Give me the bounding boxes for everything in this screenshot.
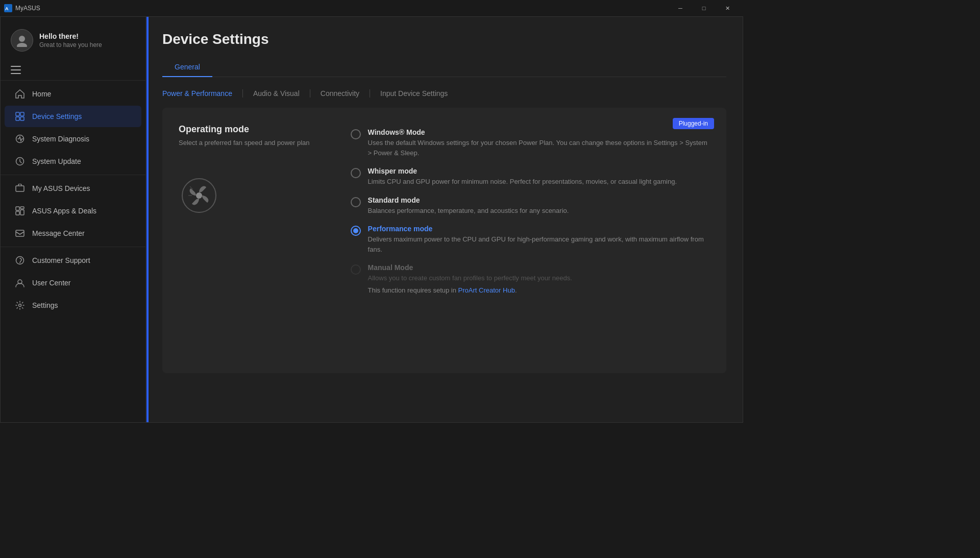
proart-link[interactable]: ProArt Creator Hub [458, 286, 515, 294]
op-mode-subtitle: Select a preferred fan speed and power p… [179, 139, 310, 147]
sidebar-item-label-customer-support: Customer Support [32, 256, 90, 264]
sidebar-item-message-center[interactable]: Message Center [5, 223, 141, 244]
sidebar-item-user-center[interactable]: User Center [5, 272, 141, 294]
app-title: MyASUS [15, 5, 40, 12]
mode-name-whisper: Whisper mode [368, 167, 710, 175]
sidebar-item-label-device-settings: Device Settings [32, 112, 82, 120]
minimize-button[interactable]: ─ [669, 0, 692, 16]
subtab-power-performance[interactable]: Power & Performance [162, 85, 232, 102]
user-section: Hello there! Great to have you here [1, 21, 145, 62]
tab-general[interactable]: General [162, 58, 212, 77]
settings-icon [15, 300, 25, 310]
sidebar-item-label-home: Home [32, 90, 51, 98]
svg-rect-7 [16, 112, 19, 116]
subtab-connectivity[interactable]: Connectivity [321, 85, 359, 102]
sidebar-item-label-system-update: System Update [32, 157, 81, 165]
titlebar-left: A MyASUS [4, 4, 40, 12]
radio-windows[interactable] [351, 129, 361, 139]
content-area: Plugged-in Operating mode Select a prefe… [146, 102, 743, 422]
sidebar-item-label-my-asus-devices: My ASUS Devices [32, 184, 90, 192]
mode-info-windows: Windows® Mode Uses the default Windows s… [368, 128, 710, 158]
sidebar-item-device-settings[interactable]: Device Settings [5, 106, 141, 127]
mode-desc-standard: Balances performance, temperature, and a… [368, 206, 710, 216]
mode-desc-whisper: Limits CPU and GPU power for minimum noi… [368, 177, 710, 187]
svg-point-21 [19, 304, 21, 307]
sidebar-divider-mid [1, 175, 145, 175]
sidebar: Hello there! Great to have you here Home [1, 17, 146, 422]
svg-rect-15 [20, 207, 24, 209]
subtab-input-device-settings[interactable]: Input Device Settings [380, 85, 448, 102]
app-container: Hello there! Great to have you here Home [0, 16, 743, 423]
svg-rect-10 [20, 117, 24, 120]
svg-rect-9 [16, 117, 19, 120]
mode-name-windows: Windows® Mode [368, 128, 710, 136]
mode-option-performance[interactable]: Performance mode Delivers maximum power … [351, 225, 710, 254]
titlebar: A MyASUS ─ □ ✕ [0, 0, 743, 16]
mode-info-manual: Manual Mode Allows you to create custom … [368, 263, 710, 294]
sidebar-item-settings[interactable]: Settings [5, 295, 141, 316]
fan-icon [181, 177, 217, 214]
svg-rect-14 [16, 207, 19, 210]
sidebar-item-label-user-center: User Center [32, 279, 70, 287]
radio-standard[interactable] [351, 197, 361, 207]
customer-support-icon [15, 255, 25, 265]
page-title: Device Settings [162, 31, 726, 47]
mode-option-standard[interactable]: Standard mode Balances performance, temp… [351, 196, 710, 216]
radio-whisper[interactable] [351, 168, 361, 178]
svg-rect-4 [11, 66, 21, 67]
manual-note-prefix: This function requires setup in [368, 286, 458, 294]
sidebar-item-label-system-diagnosis: System Diagnosis [32, 135, 89, 143]
mode-name-standard: Standard mode [368, 196, 710, 204]
sidebar-item-asus-apps-deals[interactable]: ASUS Apps & Deals [5, 200, 141, 222]
avatar [11, 29, 33, 52]
sidebar-divider-top [1, 80, 145, 81]
mode-desc-windows: Uses the default Windows settings for yo… [368, 138, 710, 158]
svg-rect-17 [20, 210, 24, 215]
card-right: Windows® Mode Uses the default Windows s… [351, 124, 710, 294]
sidebar-item-label-settings: Settings [32, 301, 58, 309]
user-center-icon [15, 278, 25, 288]
sidebar-item-customer-support[interactable]: Customer Support [5, 250, 141, 271]
blue-accent-bar [146, 17, 149, 422]
system-diagnosis-icon [15, 134, 25, 144]
hamburger-button[interactable] [1, 62, 145, 78]
home-icon [15, 89, 25, 99]
main-content: Device Settings General Power & Performa… [146, 17, 743, 422]
user-subtitle: Great to have you here [39, 41, 135, 48]
svg-point-23 [196, 192, 202, 199]
asus-apps-deals-icon [15, 206, 25, 216]
page-header: Device Settings General [146, 17, 743, 77]
mode-option-whisper[interactable]: Whisper mode Limits CPU and GPU power fo… [351, 167, 710, 187]
subtab-divider-1 [242, 89, 243, 98]
mode-desc-manual: Allows you to create custom fan profiles… [368, 273, 710, 283]
sidebar-item-home[interactable]: Home [5, 83, 141, 105]
plugged-in-badge: Plugged-in [673, 118, 714, 129]
mode-name-performance: Performance mode [368, 225, 710, 233]
svg-text:A: A [5, 6, 9, 11]
user-greeting: Hello there! [39, 32, 135, 40]
close-button[interactable]: ✕ [716, 0, 739, 16]
device-settings-icon [15, 111, 25, 122]
subtab-divider-2 [310, 89, 310, 98]
sidebar-item-label-asus-apps-deals: ASUS Apps & Deals [32, 207, 96, 215]
sidebar-item-label-message-center: Message Center [32, 229, 85, 237]
sidebar-item-system-diagnosis[interactable]: System Diagnosis [5, 128, 141, 150]
mode-option-windows[interactable]: Windows® Mode Uses the default Windows s… [351, 128, 710, 158]
manual-note-suffix: . [515, 286, 517, 294]
subtab-bar: Power & Performance Audio & Visual Conne… [146, 77, 743, 102]
subtab-audio-visual[interactable]: Audio & Visual [253, 85, 300, 102]
mode-info-whisper: Whisper mode Limits CPU and GPU power fo… [368, 167, 710, 187]
svg-point-3 [17, 43, 27, 47]
maximize-button[interactable]: □ [692, 0, 716, 16]
sidebar-item-system-update[interactable]: System Update [5, 151, 141, 172]
op-mode-title: Operating mode [179, 124, 249, 135]
manual-note: This function requires setup in ProArt C… [368, 286, 710, 294]
radio-manual [351, 264, 361, 275]
subtab-divider-3 [370, 89, 370, 98]
user-info: Hello there! Great to have you here [39, 32, 135, 48]
svg-rect-5 [11, 69, 21, 70]
operating-mode-card: Plugged-in Operating mode Select a prefe… [162, 108, 726, 373]
sidebar-item-my-asus-devices[interactable]: My ASUS Devices [5, 178, 141, 199]
svg-rect-8 [20, 112, 24, 116]
radio-performance[interactable] [351, 226, 361, 236]
